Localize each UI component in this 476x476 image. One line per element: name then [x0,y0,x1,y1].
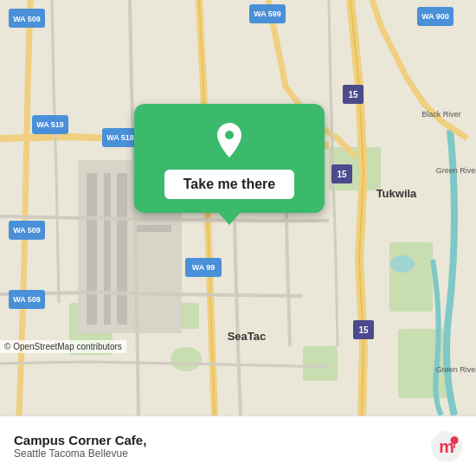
svg-text:15: 15 [348,90,358,100]
svg-point-44 [225,131,234,139]
svg-text:WA 509: WA 509 [13,226,41,235]
svg-text:Black River: Black River [421,110,461,119]
svg-text:Green River: Green River [436,166,476,175]
svg-point-9 [390,255,415,273]
svg-rect-5 [303,346,338,381]
bottom-bar: Campus Corner Cafe, Seattle Tacoma Belle… [0,415,476,476]
osm-attribution: © OpenStreetMap contributors [0,340,126,353]
svg-point-47 [451,436,459,444]
svg-text:WA 518: WA 518 [36,120,64,129]
location-pin-icon [209,119,250,161]
svg-text:WA 509: WA 509 [13,15,41,23]
svg-rect-12 [104,173,111,325]
svg-rect-3 [389,242,433,312]
svg-text:WA 900: WA 900 [421,12,449,21]
map-container: WA 509 WA 599 WA 900 WA 518 WA 518 WA 50… [0,0,476,415]
popup-card: Take me there [134,104,325,213]
svg-text:SeaTac: SeaTac [228,330,267,343]
svg-point-8 [170,347,202,371]
take-me-there-button[interactable]: Take me there [164,170,294,199]
svg-text:Tukwila: Tukwila [376,187,417,200]
place-info: Campus Corner Cafe, Seattle Tacoma Belle… [14,433,146,460]
svg-rect-11 [87,173,97,325]
svg-text:15: 15 [337,170,347,179]
svg-text:WA 509: WA 509 [13,295,41,304]
svg-rect-4 [398,329,450,398]
svg-text:WA 599: WA 599 [254,10,281,18]
svg-rect-13 [117,173,127,325]
svg-text:Green River: Green River [436,365,476,374]
moovit-logo-icon: m [431,431,462,462]
place-location: Seattle Tacoma Bellevue [14,447,146,460]
svg-text:WA 518: WA 518 [106,133,134,142]
place-name: Campus Corner Cafe, [14,433,146,447]
moovit-logo: m [431,431,462,462]
svg-text:WA 99: WA 99 [192,263,215,272]
svg-rect-16 [137,225,171,232]
svg-text:15: 15 [358,325,369,335]
